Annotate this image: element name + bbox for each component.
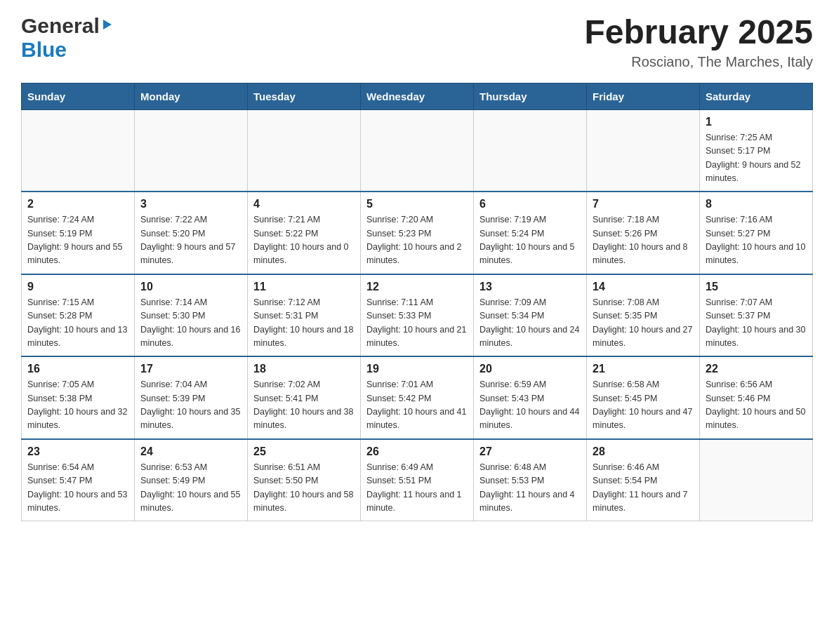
calendar-day-cell: 9Sunrise: 7:15 AMSunset: 5:28 PMDaylight… <box>22 274 135 357</box>
calendar-day-cell: 3Sunrise: 7:22 AMSunset: 5:20 PMDaylight… <box>135 192 248 274</box>
day-info: Sunrise: 7:12 AMSunset: 5:31 PMDaylight:… <box>253 296 355 351</box>
calendar-day-cell: 26Sunrise: 6:49 AMSunset: 5:51 PMDayligh… <box>361 439 474 521</box>
day-number: 8 <box>706 198 807 210</box>
calendar-header-row: SundayMondayTuesdayWednesdayThursdayFrid… <box>22 83 813 109</box>
day-number: 3 <box>140 198 241 210</box>
day-info: Sunrise: 6:54 AMSunset: 5:47 PMDaylight:… <box>27 461 128 516</box>
calendar-week-row: 2Sunrise: 7:24 AMSunset: 5:19 PMDaylight… <box>22 192 813 274</box>
day-info: Sunrise: 7:04 AMSunset: 5:39 PMDaylight:… <box>140 378 241 433</box>
day-number: 6 <box>479 198 581 210</box>
calendar-day-cell <box>700 439 813 521</box>
day-number: 9 <box>27 281 128 293</box>
day-number: 5 <box>366 198 468 210</box>
logo-blue-text: Blue <box>21 38 67 61</box>
calendar-day-cell: 20Sunrise: 6:59 AMSunset: 5:43 PMDayligh… <box>474 356 587 439</box>
day-info: Sunrise: 7:20 AMSunset: 5:23 PMDaylight:… <box>366 213 468 268</box>
day-info: Sunrise: 6:59 AMSunset: 5:43 PMDaylight:… <box>479 378 581 433</box>
day-number: 23 <box>27 445 128 458</box>
day-info: Sunrise: 7:15 AMSunset: 5:28 PMDaylight:… <box>27 296 128 351</box>
calendar-day-cell: 19Sunrise: 7:01 AMSunset: 5:42 PMDayligh… <box>361 356 474 439</box>
day-number: 16 <box>27 363 128 375</box>
day-info: Sunrise: 7:19 AMSunset: 5:24 PMDaylight:… <box>479 213 581 268</box>
day-number: 21 <box>593 363 694 375</box>
calendar-day-cell: 15Sunrise: 7:07 AMSunset: 5:37 PMDayligh… <box>700 274 813 357</box>
day-number: 25 <box>253 445 355 458</box>
day-number: 4 <box>253 198 355 210</box>
calendar-day-cell: 6Sunrise: 7:19 AMSunset: 5:24 PMDaylight… <box>474 192 587 274</box>
calendar-day-cell: 11Sunrise: 7:12 AMSunset: 5:31 PMDayligh… <box>248 274 361 357</box>
day-number: 18 <box>253 363 355 375</box>
calendar-day-cell: 27Sunrise: 6:48 AMSunset: 5:53 PMDayligh… <box>474 439 587 521</box>
weekday-header-thursday: Thursday <box>474 83 587 109</box>
day-number: 1 <box>706 116 807 128</box>
day-number: 28 <box>593 445 694 458</box>
weekday-header-monday: Monday <box>135 83 248 109</box>
day-number: 17 <box>140 363 241 375</box>
day-info: Sunrise: 7:01 AMSunset: 5:42 PMDaylight:… <box>366 378 468 433</box>
day-number: 24 <box>140 445 241 458</box>
calendar-day-cell: 18Sunrise: 7:02 AMSunset: 5:41 PMDayligh… <box>248 356 361 439</box>
weekday-header-wednesday: Wednesday <box>361 83 474 109</box>
day-info: Sunrise: 6:56 AMSunset: 5:46 PMDaylight:… <box>706 378 807 433</box>
weekday-header-saturday: Saturday <box>700 83 813 109</box>
calendar-day-cell: 24Sunrise: 6:53 AMSunset: 5:49 PMDayligh… <box>135 439 248 521</box>
day-info: Sunrise: 7:11 AMSunset: 5:33 PMDaylight:… <box>366 296 468 351</box>
calendar-day-cell: 23Sunrise: 6:54 AMSunset: 5:47 PMDayligh… <box>22 439 135 521</box>
calendar-day-cell <box>135 109 248 192</box>
day-info: Sunrise: 6:58 AMSunset: 5:45 PMDaylight:… <box>593 378 694 433</box>
day-number: 12 <box>366 281 468 293</box>
calendar-day-cell <box>361 109 474 192</box>
day-info: Sunrise: 6:46 AMSunset: 5:54 PMDaylight:… <box>593 461 694 516</box>
day-number: 14 <box>593 281 694 293</box>
calendar-day-cell: 7Sunrise: 7:18 AMSunset: 5:26 PMDaylight… <box>587 192 700 274</box>
page-header: General Blue February 2025 Rosciano, The… <box>21 14 813 70</box>
weekday-header-tuesday: Tuesday <box>248 83 361 109</box>
svg-marker-0 <box>103 20 112 29</box>
day-info: Sunrise: 6:48 AMSunset: 5:53 PMDaylight:… <box>479 461 581 516</box>
day-number: 11 <box>253 281 355 293</box>
day-info: Sunrise: 7:14 AMSunset: 5:30 PMDaylight:… <box>140 296 241 351</box>
day-number: 13 <box>479 281 581 293</box>
calendar-day-cell: 14Sunrise: 7:08 AMSunset: 5:35 PMDayligh… <box>587 274 700 357</box>
day-info: Sunrise: 7:18 AMSunset: 5:26 PMDaylight:… <box>593 213 694 268</box>
calendar-day-cell: 22Sunrise: 6:56 AMSunset: 5:46 PMDayligh… <box>700 356 813 439</box>
day-number: 26 <box>366 445 468 458</box>
weekday-header-sunday: Sunday <box>22 83 135 109</box>
calendar-day-cell: 4Sunrise: 7:21 AMSunset: 5:22 PMDaylight… <box>248 192 361 274</box>
day-info: Sunrise: 7:02 AMSunset: 5:41 PMDaylight:… <box>253 378 355 433</box>
calendar-day-cell <box>248 109 361 192</box>
day-info: Sunrise: 7:25 AMSunset: 5:17 PMDaylight:… <box>706 131 807 186</box>
calendar-day-cell: 1Sunrise: 7:25 AMSunset: 5:17 PMDaylight… <box>700 109 813 192</box>
calendar-day-cell: 13Sunrise: 7:09 AMSunset: 5:34 PMDayligh… <box>474 274 587 357</box>
calendar-week-row: 1Sunrise: 7:25 AMSunset: 5:17 PMDaylight… <box>22 109 813 192</box>
logo: General Blue <box>21 14 114 62</box>
calendar-title: February 2025 <box>584 14 813 51</box>
day-info: Sunrise: 7:09 AMSunset: 5:34 PMDaylight:… <box>479 296 581 351</box>
day-info: Sunrise: 7:22 AMSunset: 5:20 PMDaylight:… <box>140 213 241 268</box>
day-number: 20 <box>479 363 581 375</box>
day-info: Sunrise: 6:53 AMSunset: 5:49 PMDaylight:… <box>140 461 241 516</box>
day-number: 27 <box>479 445 581 458</box>
logo-general-text: General <box>21 14 100 38</box>
calendar-table: SundayMondayTuesdayWednesdayThursdayFrid… <box>21 83 813 522</box>
day-number: 2 <box>27 198 128 210</box>
calendar-day-cell: 21Sunrise: 6:58 AMSunset: 5:45 PMDayligh… <box>587 356 700 439</box>
day-number: 15 <box>706 281 807 293</box>
calendar-day-cell: 10Sunrise: 7:14 AMSunset: 5:30 PMDayligh… <box>135 274 248 357</box>
calendar-day-cell: 8Sunrise: 7:16 AMSunset: 5:27 PMDaylight… <box>700 192 813 274</box>
calendar-subtitle: Rosciano, The Marches, Italy <box>584 54 813 70</box>
calendar-title-block: February 2025 Rosciano, The Marches, Ita… <box>584 14 813 70</box>
day-info: Sunrise: 7:05 AMSunset: 5:38 PMDaylight:… <box>27 378 128 433</box>
calendar-day-cell <box>474 109 587 192</box>
calendar-week-row: 9Sunrise: 7:15 AMSunset: 5:28 PMDaylight… <box>22 274 813 357</box>
day-number: 19 <box>366 363 468 375</box>
calendar-week-row: 23Sunrise: 6:54 AMSunset: 5:47 PMDayligh… <box>22 439 813 521</box>
day-info: Sunrise: 6:49 AMSunset: 5:51 PMDaylight:… <box>366 461 468 516</box>
calendar-day-cell: 28Sunrise: 6:46 AMSunset: 5:54 PMDayligh… <box>587 439 700 521</box>
calendar-week-row: 16Sunrise: 7:05 AMSunset: 5:38 PMDayligh… <box>22 356 813 439</box>
day-number: 22 <box>706 363 807 375</box>
calendar-day-cell <box>587 109 700 192</box>
calendar-day-cell: 5Sunrise: 7:20 AMSunset: 5:23 PMDaylight… <box>361 192 474 274</box>
calendar-day-cell: 16Sunrise: 7:05 AMSunset: 5:38 PMDayligh… <box>22 356 135 439</box>
day-info: Sunrise: 7:24 AMSunset: 5:19 PMDaylight:… <box>27 213 128 268</box>
